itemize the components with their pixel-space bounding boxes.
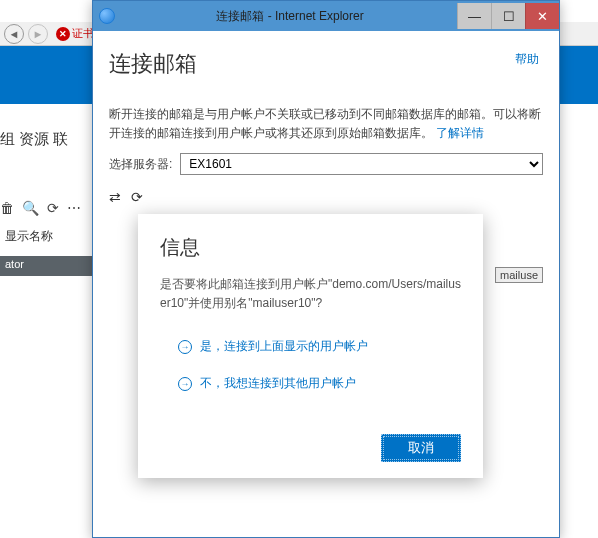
close-button[interactable]: ✕ (525, 3, 559, 29)
mailbox-toolbar: ⇄ ⟳ (109, 189, 543, 205)
help-link[interactable]: 帮助 (515, 51, 539, 68)
option-no[interactable]: → 不，我想连接到其他用户帐户 (178, 375, 461, 392)
display-name-label: 显示名称 (0, 228, 53, 245)
background-toolbar: 🗑 🔍 ⟳ ⋯ (0, 200, 81, 216)
back-button[interactable]: ◄ (4, 24, 24, 44)
window-body: 帮助 连接邮箱 断开连接的邮箱是与用户帐户不关联或已移动到不同邮箱数据库的邮箱。… (93, 31, 559, 229)
window-title: 连接邮箱 - Internet Explorer (123, 8, 457, 25)
connect-icon[interactable]: ⇄ (109, 189, 121, 205)
trash-icon[interactable]: 🗑 (0, 200, 14, 216)
ie-icon (99, 8, 115, 24)
search-icon[interactable]: 🔍 (22, 200, 39, 216)
modal-footer: 取消 (160, 434, 461, 462)
option-no-label: 不，我想连接到其他用户帐户 (200, 375, 356, 392)
learn-more-link[interactable]: 了解详情 (436, 126, 484, 140)
window-titlebar[interactable]: 连接邮箱 - Internet Explorer — ☐ ✕ (93, 1, 559, 31)
forward-button[interactable]: ► (28, 24, 48, 44)
option-yes[interactable]: → 是，连接到上面显示的用户帐户 (178, 338, 461, 355)
server-label: 选择服务器: (109, 156, 172, 173)
server-row: 选择服务器: EX1601 (109, 153, 543, 175)
cancel-button[interactable]: 取消 (381, 434, 461, 462)
server-select[interactable]: EX1601 (180, 153, 543, 175)
background-selected-row[interactable]: ator (0, 256, 92, 276)
partial-row-text: mailuse (495, 267, 543, 283)
arrow-right-icon: → (178, 377, 192, 391)
confirm-modal: 信息 是否要将此邮箱连接到用户帐户"demo.com/Users/mailuse… (138, 214, 483, 478)
refresh-icon[interactable]: ⟳ (47, 200, 59, 216)
window-buttons: — ☐ ✕ (457, 3, 559, 29)
modal-title: 信息 (160, 234, 461, 261)
option-yes-label: 是，连接到上面显示的用户帐户 (200, 338, 368, 355)
page-description: 断开连接的邮箱是与用户帐户不关联或已移动到不同邮箱数据库的邮箱。可以将断开连接的… (109, 105, 543, 143)
more-icon[interactable]: ⋯ (67, 200, 81, 216)
background-nav-labels: 组 资源 联 (0, 130, 68, 149)
arrow-right-icon: → (178, 340, 192, 354)
page-heading: 连接邮箱 (109, 49, 543, 79)
modal-message: 是否要将此邮箱连接到用户帐户"demo.com/Users/mailuser10… (160, 275, 461, 312)
maximize-button[interactable]: ☐ (491, 3, 525, 29)
cert-error-icon: ✕ (56, 27, 70, 41)
minimize-button[interactable]: — (457, 3, 491, 29)
refresh-list-icon[interactable]: ⟳ (131, 189, 143, 205)
